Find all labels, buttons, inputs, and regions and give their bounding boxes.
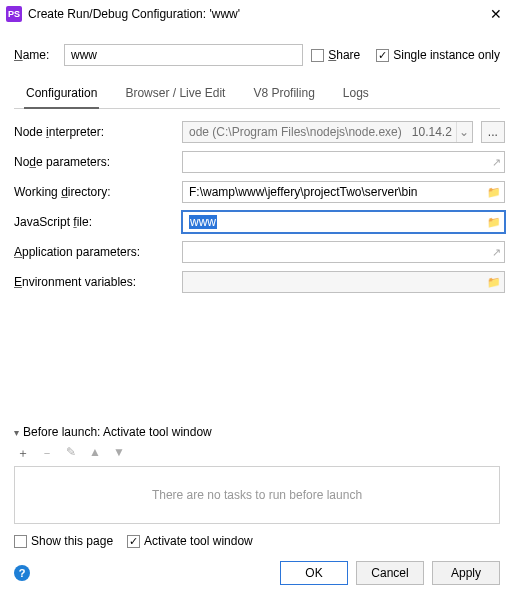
app-icon: PS xyxy=(6,6,22,22)
checkbox-icon xyxy=(127,535,140,548)
activate-tool-window-label: Activate tool window xyxy=(144,534,253,548)
working-directory-label: Working directory: xyxy=(14,185,174,199)
ok-button[interactable]: OK xyxy=(280,561,348,585)
edit-icon: ✎ xyxy=(64,445,78,462)
node-interpreter-browse-button[interactable]: ... xyxy=(481,121,505,143)
chevron-down-icon: ▾ xyxy=(14,427,19,438)
javascript-file-input[interactable]: www xyxy=(182,211,505,233)
application-parameters-label: Application parameters: xyxy=(14,245,174,259)
chevron-down-icon: ⌄ xyxy=(456,122,472,142)
node-interpreter-path: ode (C:\Program Files\nodejs\node.exe) xyxy=(183,125,408,139)
tab-configuration[interactable]: Configuration xyxy=(24,80,99,108)
before-launch-title: Before launch: Activate tool window xyxy=(23,425,212,439)
tab-v8-profiling[interactable]: V8 Profiling xyxy=(251,80,316,108)
name-input[interactable] xyxy=(64,44,303,66)
cancel-button[interactable]: Cancel xyxy=(356,561,424,585)
javascript-file-value: www xyxy=(189,215,217,229)
tab-browser-live-edit[interactable]: Browser / Live Edit xyxy=(123,80,227,108)
share-label: Share xyxy=(328,48,360,62)
node-parameters-label: Node parameters: xyxy=(14,155,174,169)
environment-variables-input[interactable] xyxy=(182,271,505,293)
down-icon: ▼ xyxy=(112,445,126,462)
name-label: Name: xyxy=(14,48,56,62)
up-icon: ▲ xyxy=(88,445,102,462)
apply-button[interactable]: Apply xyxy=(432,561,500,585)
application-parameters-input[interactable] xyxy=(182,241,505,263)
help-icon[interactable]: ? xyxy=(14,565,30,581)
before-launch-header[interactable]: ▾ Before launch: Activate tool window xyxy=(14,421,500,443)
javascript-file-label: JavaScript file: xyxy=(14,215,174,229)
tab-logs[interactable]: Logs xyxy=(341,80,371,108)
node-interpreter-version: 10.14.2 xyxy=(408,125,456,139)
show-this-page-label: Show this page xyxy=(31,534,113,548)
share-checkbox[interactable]: Share xyxy=(311,48,360,62)
checkbox-icon xyxy=(311,49,324,62)
checkbox-icon xyxy=(376,49,389,62)
before-launch-task-list: There are no tasks to run before launch xyxy=(14,466,500,524)
show-this-page-checkbox[interactable]: Show this page xyxy=(14,534,113,548)
remove-icon: － xyxy=(40,445,54,462)
environment-variables-label: Environment variables: xyxy=(14,275,174,289)
before-launch-empty-text: There are no tasks to run before launch xyxy=(152,488,362,502)
before-launch-toolbar: ＋ － ✎ ▲ ▼ xyxy=(14,443,500,466)
node-interpreter-label: Node interpreter: xyxy=(14,125,174,139)
window-title: Create Run/Debug Configuration: 'www' xyxy=(28,7,240,21)
close-icon[interactable]: ✕ xyxy=(484,4,508,24)
activate-tool-window-checkbox[interactable]: Activate tool window xyxy=(127,534,253,548)
add-icon[interactable]: ＋ xyxy=(16,445,30,462)
title-bar: PS Create Run/Debug Configuration: 'www'… xyxy=(0,0,514,28)
working-directory-input[interactable] xyxy=(182,181,505,203)
node-interpreter-select[interactable]: ode (C:\Program Files\nodejs\node.exe) 1… xyxy=(182,121,473,143)
single-instance-checkbox[interactable]: Single instance only xyxy=(376,48,500,62)
node-parameters-input[interactable] xyxy=(182,151,505,173)
single-instance-label: Single instance only xyxy=(393,48,500,62)
checkbox-icon xyxy=(14,535,27,548)
tabs: Configuration Browser / Live Edit V8 Pro… xyxy=(14,78,500,109)
